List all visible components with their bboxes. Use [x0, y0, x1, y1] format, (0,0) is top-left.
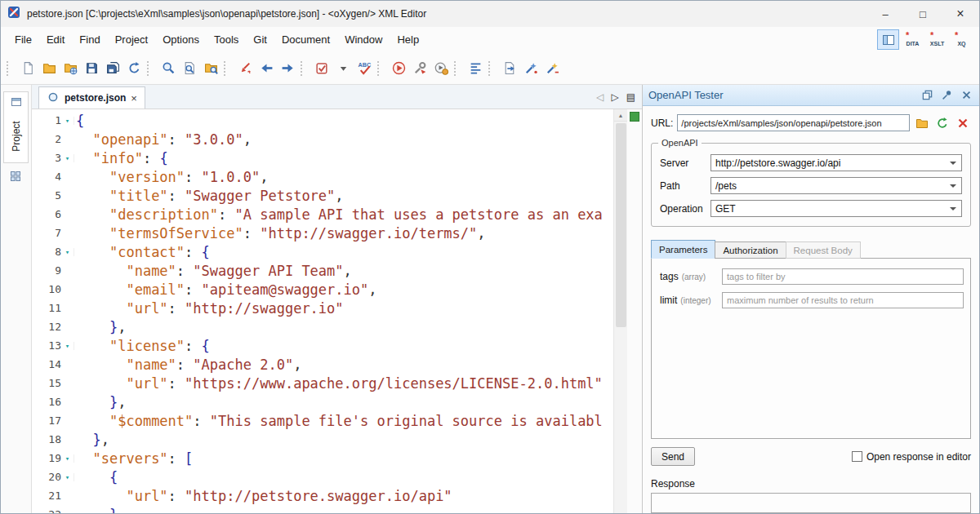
line-number: 18: [32, 433, 61, 445]
format-indent-icon[interactable]: [465, 58, 486, 79]
menu-project[interactable]: Project: [108, 30, 155, 49]
menu-document[interactable]: Document: [274, 30, 337, 49]
scenario-dita-button[interactable]: *DITA: [902, 29, 924, 50]
code-line-10[interactable]: 10 "email": "apiteam@swagger.io",: [32, 280, 613, 299]
save-all-icon[interactable]: [102, 58, 123, 79]
validate-icon[interactable]: [311, 58, 332, 79]
last-edit-location-icon[interactable]: [234, 58, 256, 79]
back-icon[interactable]: [256, 58, 277, 79]
line-number: 1: [32, 114, 61, 126]
refactoring-icon[interactable]: [520, 58, 541, 79]
menu-help[interactable]: Help: [390, 30, 426, 49]
scrollbar-thumb[interactable]: [616, 123, 626, 327]
menu-options[interactable]: Options: [155, 30, 207, 49]
scenario-xslt-button[interactable]: *XSLT: [926, 29, 948, 50]
send-button[interactable]: Send: [651, 447, 695, 466]
tab-parameters[interactable]: Parameters: [651, 240, 715, 259]
code-line-19[interactable]: 19▾ "servers": [: [32, 449, 613, 467]
editor-layout-button[interactable]: [877, 29, 899, 50]
fold-toggle-icon[interactable]: ▾: [61, 154, 74, 162]
code-line-1[interactable]: 1▾{: [32, 111, 613, 130]
open-response-checkbox[interactable]: [852, 451, 862, 462]
code-line-15[interactable]: 15 "url": "https://www.apache.org/licens…: [32, 374, 613, 392]
editor-list-icon[interactable]: ▤: [626, 91, 635, 103]
code-line-6[interactable]: 6 "description": "A sample API that uses…: [32, 205, 613, 224]
sidebar-tab-project[interactable]: Project: [3, 91, 29, 163]
forward-icon[interactable]: [277, 58, 298, 79]
find-next-icon[interactable]: [179, 58, 200, 79]
fold-toggle-icon[interactable]: ▾: [61, 248, 74, 256]
tab-authorization[interactable]: Authorization: [715, 241, 786, 259]
tab-close-icon[interactable]: ×: [131, 92, 137, 104]
menu-file[interactable]: File: [7, 30, 39, 49]
open-folder-icon[interactable]: [38, 58, 60, 79]
quick-fix-icon[interactable]: [541, 58, 563, 79]
find-in-files-icon[interactable]: [200, 58, 221, 79]
grid-icon[interactable]: [9, 170, 22, 186]
document-status-icon: [47, 91, 60, 106]
code-line-22[interactable]: 22 }: [32, 505, 613, 513]
refresh-icon[interactable]: [934, 115, 951, 131]
open-url-icon[interactable]: [60, 58, 81, 79]
scenario-xq-button[interactable]: *XQ: [951, 29, 973, 50]
pin-panel-icon[interactable]: [940, 88, 954, 102]
code-line-16[interactable]: 16 },: [32, 392, 613, 411]
code-line-11[interactable]: 11 "url": "http://swagger.io": [32, 299, 613, 317]
scroll-up-icon[interactable]: ▲: [614, 109, 627, 122]
code-line-18[interactable]: 18 },: [32, 430, 613, 449]
code-text: },: [74, 432, 109, 448]
code-line-9[interactable]: 9 "name": "Swagger API Team",: [32, 261, 613, 280]
maximize-button[interactable]: □: [904, 1, 942, 27]
configure-transformation-icon[interactable]: [409, 58, 430, 79]
path-combobox[interactable]: /pets: [710, 177, 962, 194]
minimize-button[interactable]: –: [866, 1, 904, 27]
menu-find[interactable]: Find: [72, 30, 107, 49]
apply-transformation-icon[interactable]: [388, 58, 409, 79]
menu-edit[interactable]: Edit: [39, 30, 72, 49]
code-line-17[interactable]: 17 "$comment": "This sample file's origi…: [32, 411, 613, 430]
code-line-20[interactable]: 20▾ {: [32, 467, 613, 486]
fold-toggle-icon[interactable]: ▾: [61, 342, 74, 350]
find-replace-icon[interactable]: [158, 58, 179, 79]
menu-tools[interactable]: Tools: [207, 30, 246, 49]
vertical-scrollbar[interactable]: ▲: [613, 109, 627, 513]
associate-schema-icon[interactable]: [499, 58, 520, 79]
url-input[interactable]: /projects/eXml/samples/json/openapi/pets…: [677, 114, 910, 131]
code-line-12[interactable]: 12 },: [32, 317, 613, 336]
limit-input[interactable]: maximum number of results to return: [722, 292, 964, 308]
editor-tab-petstore-json[interactable]: petstore.json ×: [38, 86, 145, 109]
code-line-3[interactable]: 3▾ "info": {: [32, 148, 613, 167]
close-button[interactable]: ×: [942, 1, 979, 27]
code-line-2[interactable]: 2 "openapi": "3.0.0",: [32, 130, 613, 148]
code-line-7[interactable]: 7 "termsOfService": "http://swagger.io/t…: [32, 224, 613, 242]
clear-icon[interactable]: [955, 115, 971, 131]
code-line-14[interactable]: 14 "name": "Apache 2.0",: [32, 355, 613, 374]
code-line-5[interactable]: 5 "title": "Swagger Petstore",: [32, 186, 613, 205]
validate-dropdown-icon[interactable]: [332, 58, 354, 79]
reload-icon[interactable]: [123, 58, 145, 79]
debug-transformation-icon[interactable]: [430, 58, 452, 79]
menu-window[interactable]: Window: [337, 30, 390, 49]
server-label: Server: [660, 157, 710, 169]
fold-toggle-icon[interactable]: ▾: [61, 454, 74, 463]
code-line-4[interactable]: 4 "version": "1.0.0",: [32, 167, 613, 186]
tags-input[interactable]: tags to filter by: [722, 268, 964, 285]
operation-combobox[interactable]: GET: [710, 200, 962, 217]
fold-toggle-icon[interactable]: ▾: [61, 117, 74, 125]
float-panel-icon[interactable]: [920, 88, 934, 102]
new-document-icon[interactable]: [17, 58, 38, 79]
server-combobox[interactable]: http://petstore.swagger.io/api: [710, 154, 962, 171]
code-lines[interactable]: 1▾{2 "openapi": "3.0.0",3▾ "info": {4 "v…: [32, 111, 613, 513]
next-editor-icon[interactable]: ▷: [611, 91, 618, 103]
spell-check-icon[interactable]: ABC: [354, 58, 375, 79]
close-panel-icon[interactable]: [960, 88, 973, 102]
previous-editor-icon[interactable]: ◁: [596, 91, 604, 103]
save-icon[interactable]: [81, 58, 102, 79]
code-line-13[interactable]: 13▾ "license": {: [32, 336, 613, 355]
code-line-8[interactable]: 8▾ "contact": {: [32, 242, 613, 261]
fold-toggle-icon[interactable]: ▾: [61, 473, 74, 481]
code-line-21[interactable]: 21 "url": "http://petstore.swagger.io/ap…: [32, 486, 613, 505]
line-number: 4: [32, 171, 61, 183]
browse-folder-icon[interactable]: [914, 115, 930, 131]
menu-git[interactable]: Git: [246, 30, 274, 49]
